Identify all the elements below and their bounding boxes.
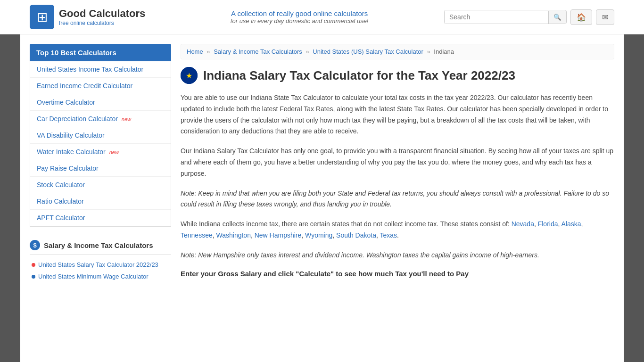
state-link-alaska[interactable]: Alaska — [561, 220, 581, 228]
sidebar-section-title: Top 10 Best Calculators — [30, 44, 171, 61]
svg-text:★: ★ — [186, 72, 192, 80]
sidebar-item-us-income-tax[interactable]: United States Income Tax Calculator — [30, 61, 171, 78]
para1: You are able to use our Indiana State Ta… — [181, 92, 614, 137]
state-link-newhampshire[interactable]: New Hampshire — [255, 231, 302, 239]
state-link-southdakota[interactable]: South Dakota — [336, 231, 376, 239]
sidebar-item-va-disability[interactable]: VA Disability Calculator — [30, 127, 171, 144]
dollar-icon: $ — [30, 240, 40, 250]
header: ⊞ Good Calculators free online calculato… — [0, 0, 644, 34]
sidebar-item-pay-raise[interactable]: Pay Raise Calculator — [30, 160, 171, 177]
state-link-washington[interactable]: Washington — [216, 231, 251, 239]
breadcrumb: Home » Salary & Income Tax Calculators »… — [181, 44, 614, 59]
dot-blue-icon — [32, 275, 35, 279]
content-area: Top 10 Best Calculators United States In… — [20, 34, 624, 292]
sidebar-sublist-link-2[interactable]: United States Minimum Wage Calculator — [38, 273, 149, 280]
state-flag-icon: ★ — [181, 67, 198, 84]
sidebar: Top 10 Best Calculators United States In… — [30, 44, 171, 282]
para3: While Indiana collects income tax, there… — [181, 219, 614, 241]
search-input[interactable] — [445, 10, 548, 24]
main-content: Home » Salary & Income Tax Calculators »… — [181, 44, 614, 282]
breadcrumb-home[interactable]: Home — [187, 48, 203, 55]
tagline: A collection of really good online calcu… — [155, 9, 444, 25]
new-badge-water: new — [109, 149, 119, 155]
state-link-wyoming[interactable]: Wyoming — [305, 231, 332, 239]
dot-red-icon — [32, 263, 35, 267]
tagline-main: A collection of really good online calcu… — [155, 9, 444, 17]
breadcrumb-current: Indiana — [434, 48, 454, 55]
sidebar-item-water-intake[interactable]: Water Intake Calculator new — [30, 144, 171, 160]
sidebar-list: United States Income Tax Calculator Earn… — [30, 61, 171, 227]
note1: Note: Keep in mind that when you are fil… — [181, 188, 614, 211]
logo-sub: free online calculators — [59, 20, 145, 26]
sidebar-item-car-depreciation[interactable]: Car Depreciation Calculator new — [30, 111, 171, 127]
para2: Our Indiana Salary Tax Calculator has on… — [181, 146, 614, 179]
page-title: Indiana Salary Tax Calculator for the Ta… — [203, 68, 515, 83]
sidebar-item-overtime[interactable]: Overtime Calculator — [30, 94, 171, 111]
home-button[interactable]: 🏠 — [570, 9, 592, 25]
state-link-texas[interactable]: Texas — [380, 231, 397, 239]
state-link-florida[interactable]: Florida — [538, 220, 558, 228]
search-box: 🔍 — [444, 10, 567, 24]
logo-name: Good Calculators — [59, 8, 145, 20]
logo-icon: ⊞ — [30, 5, 54, 29]
sidebar-item-earned-income[interactable]: Earned Income Credit Calculator — [30, 78, 171, 94]
mail-button[interactable]: ✉ — [596, 9, 614, 25]
logo-area: ⊞ Good Calculators free online calculato… — [30, 5, 145, 29]
sidebar-item-stock[interactable]: Stock Calculator — [30, 177, 171, 193]
breadcrumb-sep-1: » — [206, 48, 210, 55]
page-wrapper: Top 10 Best Calculators United States In… — [20, 34, 624, 362]
breadcrumb-us-salary[interactable]: United States (US) Salary Tax Calculator — [313, 48, 423, 55]
list-item: United States Salary Tax Calculator 2022… — [30, 259, 171, 271]
page-title-row: ★ Indiana Salary Tax Calculator for the … — [181, 67, 614, 84]
breadcrumb-sep-2: » — [305, 48, 309, 55]
search-button[interactable]: 🔍 — [548, 11, 566, 24]
new-badge: new — [122, 116, 131, 122]
state-link-nevada[interactable]: Nevada — [512, 220, 534, 228]
header-right: 🔍 🏠 ✉ — [444, 9, 614, 25]
sidebar-sublist: United States Salary Tax Calculator 2022… — [30, 259, 171, 282]
sidebar-section2: $ Salary & Income Tax Calculators United… — [30, 236, 171, 282]
sidebar-item-ratio[interactable]: Ratio Calculator — [30, 193, 171, 210]
para3-prefix: While Indiana collects income tax, there… — [181, 220, 512, 228]
state-link-tennessee[interactable]: Tennessee — [181, 231, 213, 239]
tagline-sub: for use in every day domestic and commer… — [155, 17, 444, 25]
sidebar-section2-title: $ Salary & Income Tax Calculators — [30, 236, 171, 255]
sidebar-sublist-link-1[interactable]: United States Salary Tax Calculator 2022… — [38, 261, 158, 268]
enter-salary-title: Enter your Gross Salary and click "Calcu… — [181, 270, 614, 278]
list-item: United States Minimum Wage Calculator — [30, 271, 171, 282]
logo-text: Good Calculators free online calculators — [59, 8, 145, 26]
sidebar-item-apft[interactable]: APFT Calculator — [30, 210, 171, 226]
breadcrumb-salary[interactable]: Salary & Income Tax Calculators — [214, 48, 302, 55]
note2: Note: New Hampshire only taxes interest … — [181, 250, 614, 261]
breadcrumb-sep-3: » — [427, 48, 430, 55]
